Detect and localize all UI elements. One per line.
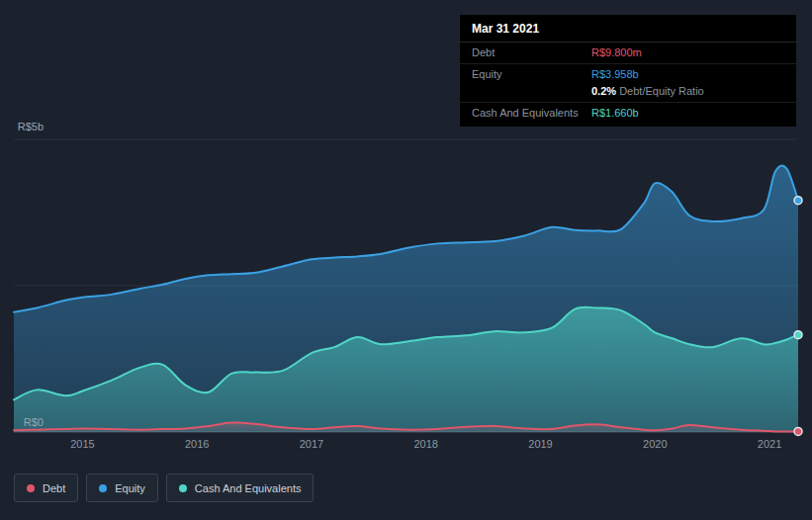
tooltip-section-debt: Debt R$9.800m <box>460 43 796 64</box>
tooltip-row-equity: Equity R$3.958b <box>460 66 796 83</box>
tooltip-ratio-spacer <box>472 84 591 99</box>
tooltip-ratio: 0.2% Debt/Equity Ratio <box>591 84 704 99</box>
tooltip-cash-value: R$1.660b <box>591 106 639 121</box>
tooltip-ratio-label: Debt/Equity Ratio <box>619 85 704 97</box>
debt-series-dot-icon <box>27 484 35 492</box>
tooltip-cash-label: Cash And Equivalents <box>472 106 591 121</box>
tooltip-row-cash: Cash And Equivalents R$1.660b <box>460 105 796 122</box>
tooltip-ratio-value: 0.2% <box>591 85 616 97</box>
legend-label-cash: Cash And Equivalents <box>195 482 302 494</box>
legend-label-debt: Debt <box>43 482 65 494</box>
tooltip-equity-value: R$3.958b <box>591 67 639 82</box>
x-axis-tick-2017: 2017 <box>290 438 333 450</box>
tooltip-row-ratio: 0.2% Debt/Equity Ratio <box>460 83 796 100</box>
tooltip-equity-label: Equity <box>472 67 591 82</box>
legend-item-equity[interactable]: Equity <box>86 474 158 502</box>
y-axis-label-max: R$5b <box>12 121 44 132</box>
tooltip-debt-value: R$9.800m <box>591 45 642 60</box>
debt-end-marker-icon <box>794 427 802 435</box>
tooltip-section-cash: Cash And Equivalents R$1.660b <box>460 103 796 127</box>
tooltip-date: Mar 31 2021 <box>460 15 796 43</box>
y-axis-label-zero: R$0 <box>12 416 44 428</box>
tooltip-row-debt: Debt R$9.800m <box>460 44 796 61</box>
tooltip-debt-label: Debt <box>472 45 591 60</box>
x-axis-tick-2018: 2018 <box>405 438 448 450</box>
cash-and-equivalents-end-marker-icon <box>794 331 802 339</box>
legend-item-debt[interactable]: Debt <box>14 474 78 502</box>
debt-equity-chart-panel: R$5b R$0 2015201620172018201920202021 Ma… <box>0 0 812 520</box>
chart-legend: Debt Equity Cash And Equivalents <box>14 474 314 502</box>
tooltip-section-equity: Equity R$3.958b 0.2% Debt/Equity Ratio <box>460 64 796 103</box>
legend-label-equity: Equity <box>115 482 145 494</box>
x-axis-tick-2021: 2021 <box>748 438 791 450</box>
x-axis-tick-2016: 2016 <box>175 438 219 450</box>
x-axis-tick-2015: 2015 <box>60 438 104 450</box>
x-axis-tick-2020: 2020 <box>633 438 677 450</box>
x-axis-tick-2019: 2019 <box>519 438 563 450</box>
chart-tooltip: Mar 31 2021 Debt R$9.800m Equity R$3.958… <box>460 15 796 127</box>
equity-end-marker-icon <box>794 197 802 205</box>
cash-series-dot-icon <box>179 484 187 492</box>
equity-series-dot-icon <box>99 484 107 492</box>
legend-item-cash[interactable]: Cash And Equivalents <box>166 474 315 502</box>
